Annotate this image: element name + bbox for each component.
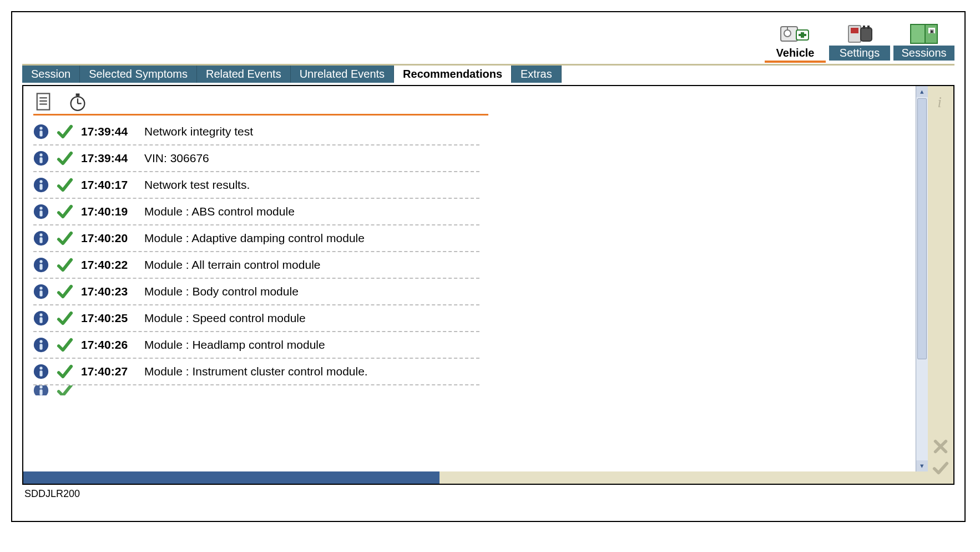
check-icon	[57, 123, 73, 140]
log-row[interactable]: 17:40:26Module : Headlamp control module	[33, 332, 479, 359]
document-icon	[33, 92, 53, 112]
log-content: 17:39:44Network integrity test17:39:44VI…	[23, 86, 928, 484]
check-icon	[57, 337, 73, 353]
log-description: Module : ABS control module	[144, 205, 295, 218]
topnav-label: Vehicle	[765, 46, 826, 61]
settings-icon	[844, 22, 875, 46]
tab-strip: Session Selected Symptoms Related Events…	[22, 64, 954, 83]
log-timestamp: 17:40:17	[81, 178, 137, 192]
log-description: Module : Speed control module	[144, 312, 306, 325]
log-list: 17:39:44Network integrity test17:39:44VI…	[23, 116, 489, 395]
scroll-up-arrow-icon[interactable]: ▴	[916, 86, 928, 97]
info-icon[interactable]	[33, 204, 49, 219]
action-sidebar	[928, 86, 953, 484]
log-description: Module : Adaptive damping control module	[144, 232, 365, 245]
info-icon[interactable]	[33, 337, 49, 353]
info-icon[interactable]	[33, 257, 49, 273]
info-icon[interactable]	[932, 94, 949, 111]
log-timestamp: 17:40:26	[81, 338, 137, 352]
topnav-label: Settings	[829, 46, 890, 61]
tab-selected-symptoms[interactable]: Selected Symptoms	[80, 66, 197, 83]
log-timestamp: 17:40:25	[81, 312, 137, 325]
info-icon[interactable]	[33, 177, 49, 193]
topnav-sessions[interactable]: Sessions	[893, 22, 954, 63]
scroll-thumb[interactable]	[917, 98, 927, 359]
check-icon	[57, 385, 73, 395]
log-description: Network integrity test	[144, 125, 253, 138]
log-timestamp: 17:39:44	[81, 125, 137, 138]
topnav-vehicle[interactable]: Vehicle	[765, 22, 826, 63]
check-icon	[57, 283, 73, 300]
log-description: Module : Headlamp control module	[144, 338, 325, 352]
log-row[interactable]: 17:40:20Module : Adaptive damping contro…	[33, 225, 479, 252]
confirm-icon[interactable]	[932, 459, 949, 476]
tab-extras[interactable]: Extras	[512, 66, 562, 83]
check-icon	[57, 177, 73, 193]
check-icon	[57, 150, 73, 167]
check-icon	[57, 363, 73, 380]
log-row[interactable]: 17:39:44VIN: 306676	[33, 145, 479, 172]
scroll-down-arrow-icon[interactable]: ▾	[916, 460, 928, 471]
check-icon	[57, 203, 73, 220]
horizontal-scrollbar[interactable]	[23, 471, 928, 484]
log-row[interactable]: 17:40:25Module : Speed control module	[33, 305, 479, 332]
horizontal-scroll-thumb[interactable]	[23, 471, 440, 484]
log-row[interactable]	[33, 385, 479, 395]
log-row[interactable]: 17:39:44Network integrity test	[33, 119, 479, 145]
tab-session[interactable]: Session	[22, 66, 80, 83]
log-timestamp: 17:40:19	[81, 205, 137, 218]
tab-related-events[interactable]: Related Events	[197, 66, 291, 83]
check-icon	[57, 230, 73, 247]
log-row[interactable]: 17:40:19Module : ABS control module	[33, 199, 479, 225]
check-icon	[57, 310, 73, 327]
tab-unrelated-events[interactable]: Unrelated Events	[291, 66, 394, 83]
vehicle-diagnostic-icon	[780, 22, 811, 46]
stopwatch-icon	[68, 92, 88, 112]
check-icon	[57, 257, 73, 273]
log-timestamp: 17:40:23	[81, 285, 137, 298]
log-timestamp: 17:40:27	[81, 365, 137, 378]
recommendations-panel: 17:39:44Network integrity test17:39:44VI…	[22, 85, 954, 485]
info-icon[interactable]	[33, 364, 49, 379]
cancel-icon[interactable]	[932, 438, 949, 455]
top-nav: Vehicle Settings Sessions	[22, 22, 954, 63]
info-icon[interactable]	[33, 124, 49, 139]
log-description: Network test results.	[144, 178, 250, 192]
sessions-icon	[908, 22, 939, 46]
log-timestamp: 17:40:20	[81, 232, 137, 245]
info-icon[interactable]	[33, 385, 49, 395]
topnav-settings[interactable]: Settings	[829, 22, 890, 63]
info-icon[interactable]	[33, 230, 49, 246]
tab-recommendations[interactable]: Recommendations	[394, 66, 512, 83]
info-icon[interactable]	[33, 150, 49, 166]
log-row[interactable]: 17:40:22Module : All terrain control mod…	[33, 252, 479, 279]
log-row[interactable]: 17:40:27Module : Instrument cluster cont…	[33, 359, 479, 385]
log-timestamp: 17:39:44	[81, 152, 137, 165]
log-description: Module : All terrain control module	[144, 258, 321, 272]
log-timestamp: 17:40:22	[81, 258, 137, 272]
vertical-scrollbar[interactable]: ▴ ▾	[916, 86, 928, 471]
info-icon[interactable]	[33, 284, 49, 299]
topnav-label: Sessions	[893, 46, 954, 61]
log-description: Module : Instrument cluster control modu…	[144, 365, 368, 378]
figure-label: SDDJLR200	[24, 488, 954, 500]
log-description: VIN: 306676	[144, 152, 209, 165]
info-icon[interactable]	[33, 310, 49, 326]
log-row[interactable]: 17:40:23Module : Body control module	[33, 279, 479, 305]
log-description: Module : Body control module	[144, 285, 299, 298]
column-header	[23, 86, 928, 114]
log-row[interactable]: 17:40:17Network test results.	[33, 172, 479, 199]
